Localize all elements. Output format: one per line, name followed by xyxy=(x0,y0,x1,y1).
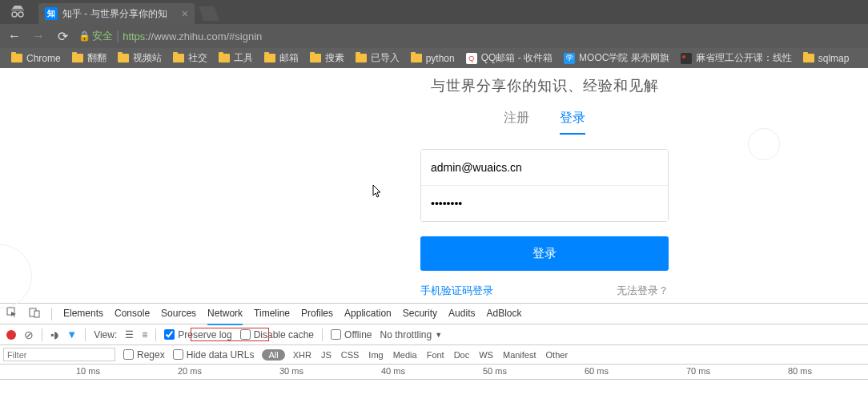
filter-type-js[interactable]: JS xyxy=(321,350,332,360)
devtools-tab-security[interactable]: Security xyxy=(403,303,437,325)
tab-register[interactable]: 注册 xyxy=(504,110,529,135)
filter-bar: Regex Hide data URLs All XHRJSCSSImgMedi… xyxy=(0,345,868,365)
cursor-icon xyxy=(372,184,384,202)
mooc-icon: 学 xyxy=(564,53,575,64)
bookmark-item[interactable]: 麻省理工公开课：线性 xyxy=(676,50,797,66)
sms-login-link[interactable]: 手机验证码登录 xyxy=(420,284,493,298)
filter-input[interactable] xyxy=(3,348,115,361)
filter-type-font[interactable]: Font xyxy=(427,350,444,360)
filter-type-doc[interactable]: Doc xyxy=(454,350,470,360)
devtools-tab-adblock[interactable]: AdBlock xyxy=(486,303,521,325)
bookmark-label: 工具 xyxy=(234,51,253,65)
bookmark-item[interactable]: 工具 xyxy=(214,50,258,66)
auth-tabs: 注册 登录 xyxy=(420,110,669,135)
hide-data-urls-check[interactable]: Hide data URLs xyxy=(173,349,255,361)
bookmark-bar: Chrome翻翻视频站社交工具邮箱搜素已导入pythonQQQ邮箱 - 收件箱学… xyxy=(0,48,868,68)
folder-icon xyxy=(11,54,22,62)
view-small-icon[interactable]: ≡ xyxy=(142,329,147,340)
devtools-panel: ElementsConsoleSourcesNetworkTimelinePro… xyxy=(0,303,868,418)
tab-close-icon[interactable]: × xyxy=(182,7,188,20)
bookmark-label: 邮箱 xyxy=(279,51,299,65)
tab-login[interactable]: 登录 xyxy=(560,110,585,135)
slogan-text: 与世界分享你的知识、经验和见解 xyxy=(420,68,669,110)
filter-type-media[interactable]: Media xyxy=(393,350,417,360)
timeline-tick: 20 ms xyxy=(178,366,202,376)
timeline-tick: 60 ms xyxy=(585,366,609,376)
svg-rect-4 xyxy=(34,311,39,317)
bookmark-item[interactable]: 已导入 xyxy=(351,50,404,66)
devtools-tabs: ElementsConsoleSourcesNetworkTimelinePro… xyxy=(0,304,868,324)
bookmark-item[interactable]: 翻翻 xyxy=(67,50,111,66)
timeline-tick: 30 ms xyxy=(279,366,303,376)
reload-button[interactable]: ⟳ xyxy=(54,29,70,44)
address-bar: ← → ⟳ 🔒 安全 | https://www.zhihu.com/#sign… xyxy=(0,24,868,48)
back-button[interactable]: ← xyxy=(6,29,22,43)
devtools-tab-audits[interactable]: Audits xyxy=(448,303,475,325)
timeline-ruler[interactable]: 10 ms20 ms30 ms40 ms50 ms60 ms70 ms80 ms xyxy=(0,365,868,380)
devtools-tab-elements[interactable]: Elements xyxy=(63,303,103,325)
clear-button[interactable]: ⊘ xyxy=(24,328,34,341)
timeline-tick: 50 ms xyxy=(483,366,507,376)
tab-title: 知乎 - 与世界分享你的知 xyxy=(62,7,179,21)
bookmark-item[interactable]: 邮箱 xyxy=(259,50,303,66)
login-button[interactable]: 登录 xyxy=(420,236,669,271)
bookmark-label: 视频站 xyxy=(133,51,162,65)
inspect-icon[interactable] xyxy=(6,307,18,320)
filter-type-manifest[interactable]: Manifest xyxy=(503,350,536,360)
view-large-icon[interactable]: ☰ xyxy=(125,329,134,340)
bookmark-item[interactable]: Chrome xyxy=(6,51,66,66)
login-form xyxy=(420,149,669,222)
devtools-tab-profiles[interactable]: Profiles xyxy=(301,303,333,325)
bookmark-label: 社交 xyxy=(188,51,207,65)
bookmark-item[interactable]: QQQ邮箱 - 收件箱 xyxy=(461,50,557,66)
url-display[interactable]: 🔒 安全 | https://www.zhihu.com/#signin xyxy=(78,29,262,43)
devtools-tab-sources[interactable]: Sources xyxy=(161,303,196,325)
filter-type-ws[interactable]: WS xyxy=(479,350,493,360)
devtools-tab-network[interactable]: Network xyxy=(207,303,243,325)
devtools-tab-application[interactable]: Application xyxy=(344,303,392,325)
filter-type-img[interactable]: Img xyxy=(368,350,383,360)
forgot-link[interactable]: 无法登录？ xyxy=(617,284,669,298)
bg-decoration xyxy=(748,128,780,160)
page-content: 与世界分享你的知识、经验和见解 注册 登录 登录 手机验证码登录 无法登录？ xyxy=(0,68,868,303)
password-field[interactable] xyxy=(421,186,668,221)
bookmark-label: python xyxy=(426,53,455,64)
forward-button[interactable]: → xyxy=(30,29,46,43)
throttling-select[interactable]: No throttling ▼ xyxy=(380,329,443,340)
bookmark-item[interactable]: 学MOOC学院 果壳网旗 xyxy=(559,50,674,66)
bookmark-label: QQ邮箱 - 收件箱 xyxy=(481,51,553,65)
timeline-tick: 80 ms xyxy=(788,366,812,376)
bookmark-item[interactable]: sqlmap xyxy=(798,51,854,66)
bookmark-item[interactable]: 视频站 xyxy=(113,50,167,66)
mit-icon xyxy=(681,53,692,64)
folder-icon xyxy=(803,54,814,62)
new-tab-button[interactable] xyxy=(199,6,220,21)
filter-type-css[interactable]: CSS xyxy=(341,350,360,360)
filter-all[interactable]: All xyxy=(262,349,284,361)
lock-icon: 🔒 xyxy=(78,30,90,42)
bookmark-label: Chrome xyxy=(26,53,61,64)
devtools-tab-timeline[interactable]: Timeline xyxy=(254,303,290,325)
email-field[interactable] xyxy=(421,150,668,186)
record-button[interactable] xyxy=(6,330,16,340)
timeline-body[interactable] xyxy=(0,380,868,418)
browser-tab[interactable]: 知 知乎 - 与世界分享你的知 × xyxy=(38,3,195,24)
filter-type-other[interactable]: Other xyxy=(546,350,569,360)
url-path: ://www.zhihu.com/#signin xyxy=(145,30,262,42)
secure-label: 安全 xyxy=(92,29,113,43)
disable-cache-check[interactable]: Disable cache xyxy=(240,329,314,340)
device-toggle-icon[interactable] xyxy=(29,307,40,320)
filter-type-xhr[interactable]: XHR xyxy=(293,350,311,360)
capture-icon[interactable]: ▪◗ xyxy=(50,329,58,340)
bookmark-item[interactable]: 社交 xyxy=(168,50,212,66)
bookmark-item[interactable]: 搜素 xyxy=(305,50,349,66)
bookmark-label: 翻翻 xyxy=(87,51,106,65)
devtools-tab-console[interactable]: Console xyxy=(115,303,150,325)
bookmark-item[interactable]: python xyxy=(406,51,460,66)
filter-icon[interactable]: ▼ xyxy=(66,328,77,340)
folder-icon xyxy=(72,54,83,62)
bookmark-label: 麻省理工公开课：线性 xyxy=(696,51,792,65)
offline-check[interactable]: Offline xyxy=(331,329,372,340)
preserve-log-check[interactable]: Preserve log xyxy=(164,329,231,340)
regex-check[interactable]: Regex xyxy=(123,349,165,361)
